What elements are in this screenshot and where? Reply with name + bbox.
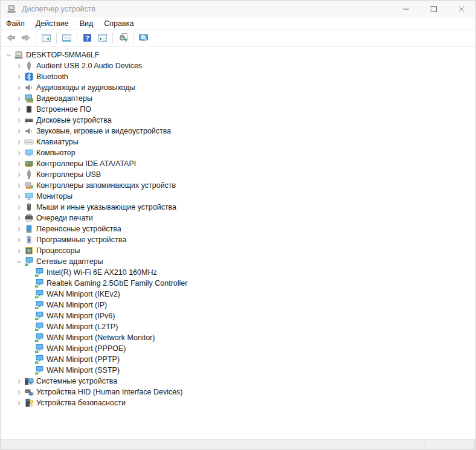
chevron-right-icon[interactable] bbox=[14, 203, 23, 211]
properties-button[interactable] bbox=[59, 31, 74, 45]
tree-item[interactable]: Процессоры bbox=[1, 245, 475, 256]
chevron-down-icon[interactable] bbox=[4, 51, 13, 59]
tree-item[interactable]: Контроллеры USB bbox=[1, 169, 475, 180]
tree-item[interactable]: Контроллеры IDE ATA/ATAPI bbox=[1, 158, 475, 169]
network-adapter-icon bbox=[34, 344, 44, 353]
network-adapter-icon bbox=[24, 257, 34, 266]
menu-help[interactable]: Справка bbox=[98, 18, 139, 29]
tree-item[interactable]: Устройства HID (Human Interface Devices) bbox=[1, 387, 475, 397]
tree-item[interactable]: Звуковые, игровые и видеоустройства bbox=[1, 126, 475, 137]
firmware-icon bbox=[24, 104, 34, 114]
tree-item[interactable]: Компьютер bbox=[1, 147, 475, 158]
help-button[interactable]: ? bbox=[80, 31, 95, 45]
scan-hardware-changes-button[interactable] bbox=[115, 31, 130, 45]
chevron-right-icon[interactable] bbox=[14, 72, 23, 81]
statusbar-divider bbox=[425, 442, 425, 449]
tree-item[interactable]: Аудиовходы и аудиовыходы bbox=[1, 82, 475, 93]
chevron-right-icon[interactable] bbox=[14, 246, 23, 255]
tree-item[interactable]: Программные устройства bbox=[1, 234, 475, 245]
monitor-icon bbox=[24, 191, 34, 201]
tree-item[interactable]: Переносные устройства bbox=[1, 223, 475, 234]
chevron-right-icon[interactable] bbox=[14, 236, 23, 244]
chevron-right-icon[interactable] bbox=[14, 192, 23, 201]
mouse-icon bbox=[24, 202, 34, 212]
chevron-right-icon[interactable] bbox=[14, 83, 23, 92]
action-pane-button[interactable] bbox=[95, 31, 110, 45]
disk-icon bbox=[24, 115, 34, 125]
chevron-right-icon[interactable] bbox=[14, 116, 23, 124]
tree-item-label: Мониторы bbox=[36, 192, 72, 201]
chevron-right-icon[interactable] bbox=[14, 94, 23, 103]
tree-item[interactable]: Контроллеры запоминающих устройств bbox=[1, 180, 475, 191]
chevron-right-icon[interactable] bbox=[14, 170, 23, 179]
tree-item-label: Audient USB 2.0 Audio Devices bbox=[36, 62, 142, 70]
tree-item[interactable]: WAN Miniport (L2TP) bbox=[1, 321, 475, 332]
display-adapter-icon bbox=[24, 94, 34, 103]
tree-item-label: Realtek Gaming 2.5GbE Family Controller bbox=[47, 279, 187, 288]
tree-item[interactable]: Клавиатуры bbox=[1, 137, 475, 147]
toolbar: ? bbox=[1, 30, 475, 47]
tree-item[interactable]: Мыши и иные указывающие устройства bbox=[1, 202, 475, 213]
device-search-button[interactable] bbox=[136, 31, 151, 45]
tree-item[interactable]: Мониторы bbox=[1, 191, 475, 202]
close-button[interactable] bbox=[448, 1, 475, 18]
menu-action[interactable]: Действие bbox=[30, 18, 74, 29]
chevron-right-icon[interactable] bbox=[14, 399, 23, 407]
chevron-right-icon[interactable] bbox=[14, 159, 23, 168]
minimize-button[interactable] bbox=[392, 1, 420, 18]
forward-button[interactable] bbox=[18, 31, 33, 45]
tree-item-label: Процессоры bbox=[36, 246, 80, 255]
tree-item[interactable]: WAN Miniport (IPv6) bbox=[1, 310, 475, 321]
tree-item[interactable]: Устройства безопасности bbox=[1, 397, 475, 408]
show-console-tree-button[interactable] bbox=[39, 31, 54, 45]
tree-item[interactable]: Видеоадаптеры bbox=[1, 93, 475, 104]
menu-view[interactable]: Вид bbox=[74, 18, 99, 29]
tree-item[interactable]: Сетевые адаптеры bbox=[1, 256, 475, 267]
caption-buttons bbox=[392, 1, 475, 18]
tree-item[interactable]: WAN Miniport (PPTP) bbox=[1, 354, 475, 365]
chevron-right-icon[interactable] bbox=[14, 214, 23, 222]
bluetooth-icon bbox=[24, 72, 34, 82]
tree-item[interactable]: Дисковые устройства bbox=[1, 115, 475, 126]
tree-item-label: Очереди печати bbox=[36, 214, 93, 222]
title-bar[interactable]: Диспетчер устройств bbox=[1, 1, 475, 18]
menu-file[interactable]: Файл bbox=[1, 18, 30, 29]
tree-item[interactable]: Bluetooth bbox=[1, 71, 475, 82]
chevron-right-icon[interactable] bbox=[14, 377, 23, 385]
maximize-button[interactable] bbox=[420, 1, 448, 18]
tree-item[interactable]: WAN Miniport (PPPOE) bbox=[1, 343, 475, 354]
tree-item[interactable]: Audient USB 2.0 Audio Devices bbox=[1, 60, 475, 71]
storage-controller-icon bbox=[24, 181, 34, 190]
chevron-right-icon[interactable] bbox=[14, 127, 23, 135]
chevron-right-icon[interactable] bbox=[14, 138, 23, 146]
tree-item[interactable]: Системные устройства bbox=[1, 376, 475, 387]
chevron-right-icon[interactable] bbox=[14, 388, 23, 396]
printer-icon bbox=[24, 213, 34, 223]
tree-item[interactable]: Intel(R) Wi-Fi 6E AX210 160MHz bbox=[1, 267, 475, 278]
maximize-icon bbox=[429, 4, 439, 14]
software-device-icon bbox=[24, 235, 34, 245]
chevron-spacer bbox=[25, 301, 33, 309]
back-button[interactable] bbox=[3, 31, 18, 45]
audio-icon bbox=[24, 83, 34, 92]
tree-item[interactable]: WAN Miniport (Network Monitor) bbox=[1, 332, 475, 343]
chevron-right-icon[interactable] bbox=[14, 62, 23, 70]
tree-item-label: Устройства безопасности bbox=[36, 399, 126, 407]
chevron-right-icon[interactable] bbox=[14, 105, 23, 114]
chevron-right-icon[interactable] bbox=[14, 149, 23, 157]
tree-item[interactable]: Очереди печати bbox=[1, 213, 475, 223]
tree-item[interactable]: Realtek Gaming 2.5GbE Family Controller bbox=[1, 278, 475, 289]
tree-item[interactable]: WAN Miniport (IP) bbox=[1, 300, 475, 310]
console-tree-icon bbox=[41, 33, 51, 43]
tree-item[interactable]: WAN Miniport (IKEv2) bbox=[1, 289, 475, 300]
network-adapter-icon bbox=[34, 268, 44, 277]
chevron-right-icon[interactable] bbox=[14, 225, 23, 233]
tree-item[interactable]: DESKTOP-5MMA6LF bbox=[1, 50, 475, 60]
close-icon bbox=[457, 4, 466, 14]
chevron-down-icon[interactable] bbox=[14, 257, 23, 266]
tree-item[interactable]: WAN Miniport (SSTP) bbox=[1, 365, 475, 376]
network-adapter-icon bbox=[34, 365, 44, 375]
usb-icon bbox=[24, 61, 34, 71]
tree-item[interactable]: Встроенное ПО bbox=[1, 104, 475, 115]
chevron-right-icon[interactable] bbox=[14, 181, 23, 190]
